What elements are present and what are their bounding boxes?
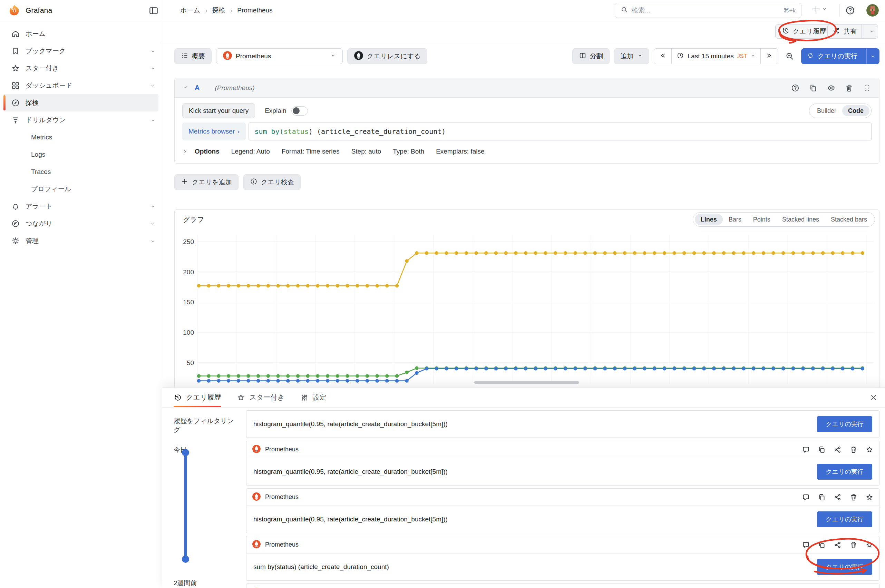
datasource-picker[interactable]: Prometheus	[216, 48, 343, 64]
copy-icon[interactable]	[818, 446, 826, 454]
graph-hscrollbar-thumb[interactable]	[474, 381, 579, 384]
history-card-list: histogram_quantile(0.95, rate(article_cr…	[246, 410, 882, 588]
toggle-visibility-icon[interactable]	[826, 84, 836, 93]
remove-query-icon[interactable]	[844, 84, 854, 93]
run-query-button[interactable]: クエリの実行	[801, 48, 879, 64]
tab-query-history[interactable]: クエリ履歴	[174, 387, 221, 407]
sidebar-item-starred[interactable]: スター付き	[3, 60, 158, 77]
sidebar-item-home[interactable]: ホーム	[3, 25, 158, 42]
history-query-text[interactable]: histogram_quantile(0.95, rate(article_cr…	[254, 468, 810, 476]
breadcrumb-home[interactable]: ホーム	[180, 6, 200, 15]
grafana-logo[interactable]: Grafana	[8, 4, 52, 16]
history-time-slider[interactable]	[182, 449, 189, 563]
trash-icon[interactable]	[849, 493, 858, 501]
user-avatar[interactable]	[866, 4, 879, 16]
sidebar-item-administration[interactable]: 管理	[3, 232, 158, 249]
zoom-out-button[interactable]	[783, 48, 796, 64]
star-icon[interactable]	[866, 446, 874, 454]
history-run-query-button[interactable]: クエリの実行	[817, 416, 872, 432]
trash-icon[interactable]	[849, 446, 858, 454]
explain-toggle[interactable]	[291, 106, 308, 116]
comment-icon[interactable]	[802, 493, 810, 501]
new-menu-button[interactable]	[812, 5, 827, 15]
graph-canvas[interactable]: 50100150200250	[175, 229, 879, 404]
time-shift-forward-button[interactable]	[761, 49, 778, 64]
metrics-browser-button[interactable]: Metrics browser ›	[182, 123, 246, 141]
slider-handle-bottom[interactable]	[182, 556, 189, 563]
share-button[interactable]: 共有	[827, 24, 878, 39]
trash-icon[interactable]	[849, 541, 858, 549]
share-icon[interactable]	[834, 541, 842, 549]
tab-settings[interactable]: 設定	[300, 387, 327, 407]
history-query-row: histogram_quantile(0.95, rate(article_cr…	[246, 411, 879, 438]
sidebar-item-label: ブックマーク	[26, 46, 150, 56]
search-input[interactable]	[632, 6, 780, 14]
history-run-query-button[interactable]: クエリの実行	[817, 464, 872, 480]
sidebar-item-alerting[interactable]: アラート	[3, 198, 158, 215]
sidebar-item-drilldown[interactable]: ドリルダウン	[3, 111, 158, 129]
share-icon[interactable]	[834, 493, 842, 501]
comment-icon[interactable]	[802, 541, 810, 549]
options-expand-icon[interactable]	[182, 149, 188, 154]
history-run-query-button[interactable]: クエリの実行	[817, 512, 872, 527]
share-icon[interactable]	[834, 446, 842, 454]
sidebar-item-explore[interactable]: 探検	[3, 94, 158, 111]
run-caret-icon[interactable]	[866, 49, 879, 64]
query-help-icon[interactable]	[791, 84, 800, 93]
style-stacked-bars[interactable]: Stacked bars	[825, 214, 873, 225]
tab-starred[interactable]: スター付き	[237, 387, 284, 407]
code-mode-option[interactable]: Code	[842, 105, 870, 116]
copy-icon[interactable]	[818, 541, 826, 549]
filter-history-label[interactable]: 履歴をフィルタリング	[174, 417, 238, 435]
time-shift-back-button[interactable]	[654, 49, 671, 64]
search-box[interactable]: ⌘+k	[615, 3, 801, 18]
sidebar-item-profiles[interactable]: プロフィール	[3, 180, 158, 198]
slider-handle-top[interactable]	[182, 449, 189, 456]
history-query-text[interactable]: histogram_quantile(0.95, rate(article_cr…	[254, 420, 810, 428]
split-button[interactable]: 分割	[572, 48, 609, 64]
close-drawer-button[interactable]	[869, 393, 878, 402]
sidebar-item-metrics[interactable]: Metrics	[3, 129, 158, 146]
sidebar-toggle-icon[interactable]	[148, 6, 159, 16]
query-history-button[interactable]: クエリ履歴	[775, 24, 832, 39]
sidebar-item-dashboards[interactable]: ダッシュボード	[3, 77, 158, 94]
sidebar-item-logs[interactable]: Logs	[3, 146, 158, 163]
outline-icon	[181, 52, 189, 61]
breadcrumb-explore[interactable]: 探検	[212, 6, 225, 15]
history-query-text[interactable]: histogram_quantile(0.95, rate(article_cr…	[254, 516, 810, 523]
help-button[interactable]	[845, 5, 855, 15]
star-icon[interactable]	[866, 541, 874, 549]
duplicate-query-icon[interactable]	[809, 84, 818, 93]
star-icon[interactable]	[866, 493, 874, 501]
history-query-row: histogram_quantile(0.95, rate(article_cr…	[246, 506, 879, 533]
share-caret-icon[interactable]	[866, 24, 878, 38]
sidebar-item-traces[interactable]: Traces	[3, 163, 158, 180]
kick-start-button[interactable]: Kick start your query	[182, 103, 255, 118]
style-bars[interactable]: Bars	[723, 214, 747, 225]
query-row-header[interactable]: A (Prometheus)	[175, 78, 879, 98]
time-range-button[interactable]: Last 15 minutes JST	[671, 49, 761, 64]
history-run-query-button[interactable]: クエリの実行	[817, 559, 872, 575]
style-points[interactable]: Points	[747, 214, 776, 225]
style-stacked-lines[interactable]: Stacked lines	[776, 214, 825, 225]
sidebar-item-label: Traces	[31, 168, 158, 176]
add-query-button[interactable]: クエリを追加	[174, 174, 238, 190]
brand-text: Grafana	[26, 6, 52, 15]
queryless-button[interactable]: クエリレスにする	[347, 48, 428, 64]
two-weeks-label: 2週間前	[174, 579, 197, 588]
options-label[interactable]: Options	[195, 148, 219, 155]
add-button[interactable]: 追加	[614, 48, 649, 64]
drag-handle-icon[interactable]	[862, 84, 872, 93]
promql-editor[interactable]: sum by(status) (article_create_duration_…	[249, 123, 872, 141]
style-lines[interactable]: Lines	[695, 214, 723, 225]
outline-button[interactable]: 概要	[174, 48, 212, 64]
query-inspector-button[interactable]: クエリ検査	[243, 174, 301, 190]
builder-mode-option[interactable]: Builder	[811, 105, 842, 116]
sidebar-item-connections[interactable]: つながり	[3, 215, 158, 232]
alerting-icon	[11, 202, 20, 211]
comment-icon[interactable]	[802, 446, 810, 454]
sidebar-item-bookmarks[interactable]: ブックマーク	[3, 42, 158, 60]
history-query-text[interactable]: sum by(status) (article_create_duration_…	[254, 563, 810, 571]
copy-icon[interactable]	[818, 493, 826, 501]
collapse-chevron-icon[interactable]	[182, 84, 189, 92]
